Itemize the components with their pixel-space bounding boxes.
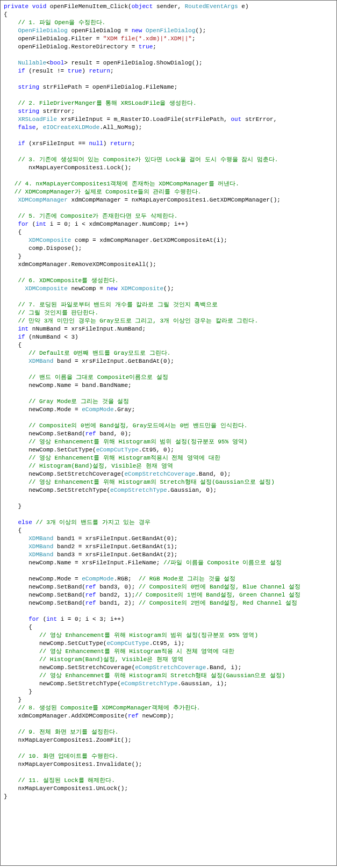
token-cmt: // 10. 화면 업데이트를 수행한다. [18, 753, 118, 759]
token-kw: null [89, 140, 103, 147]
token-typ: XDMBand [28, 358, 53, 364]
token-kw: out [231, 116, 241, 123]
token-cmt: // 만약 3개 미만인 경우는 Gray모드로 그리고, 3개 이상인 경우는… [18, 318, 258, 324]
token-kw: string [18, 108, 39, 114]
token-cmt: // RGB Mode로 그리는 것을 설정 [139, 576, 235, 582]
token-typ: eCompCutType [106, 640, 149, 647]
token-typ: eCompStretchType [121, 680, 178, 687]
token-cmt: // 11. 설정된 Lock를 해제한다. [18, 777, 114, 784]
token-kw: new [106, 285, 117, 292]
token-cmt: // 7. 로딩된 파일로부터 밴드의 개수를 칼라로 그릴 것인지 흑백으로 [18, 302, 218, 308]
token-kw: ref [85, 600, 96, 606]
token-cmt: // 영상 Enhancement를 위해 Histogram의 범위 설정(정… [28, 439, 247, 445]
token-typ: eCompCutType [96, 447, 139, 453]
token-typ: RoutedEventArgs [185, 3, 238, 10]
token-cmt: // 3개 이상의 밴드를 가지고 있는 경우 [35, 519, 150, 526]
token-cmt: // 밴드 이름을 그대로 Composite이름으로 설정 [28, 374, 168, 381]
token-cmt: // Histogram(Band)설정, Visible은 현재 영역 [39, 656, 183, 663]
token-cmt: // Default로 0번째 밴드를 Gray모드로 그린다. [28, 350, 170, 356]
token-cmt: // 5. 기존에 Composite가 존재한다면 모두 삭제한다. [18, 213, 177, 219]
token-kw: ref [85, 592, 96, 598]
token-kw: new [132, 27, 142, 34]
token-typ: XRSLoadFile [18, 116, 57, 123]
token-kw: ref [85, 431, 96, 437]
token-typ: XDMBand [28, 551, 53, 558]
token-typ: eCompStretchType [110, 487, 167, 493]
token-kw: true [68, 68, 82, 74]
token-cmt: // 영상 Enhancement를 위해 Histogram의 Stretch… [28, 479, 275, 485]
token-typ: eCompMode [82, 406, 113, 413]
token-cmt: // 그릴 것인지를 판단한다. [18, 310, 98, 316]
token-cmt: //파일 이름을 Composite 이름으로 설정 [163, 559, 282, 566]
token-kw: if [18, 68, 25, 74]
token-cmt: // 영상 Enhancement를 위해 Histogram적용 시 전체 영… [39, 648, 234, 655]
token-cmt: // 영상 Enhancemnet를 위해 Histogram의 Stretch… [39, 672, 285, 679]
token-typ: XDMComposite [25, 285, 68, 292]
token-cmt: // Histogram(Band)설정, Visible은 현재 영역 [28, 463, 173, 469]
token-typ: eCompStretchCoverage [124, 471, 195, 477]
token-cmt: // 9. 전체 화면 보기를 설정한다. [18, 729, 118, 735]
token-kw: return [89, 68, 110, 74]
token-cmt: // 4. nxMapLayerComposites1객체에 존재하는 XDMC… [15, 181, 239, 187]
token-typ: XDMBand [28, 535, 53, 542]
token-cmt: // XDMCompManager가 실제로 Composite들의 관리를 수… [15, 189, 202, 195]
token-str: "XDM file(*.xdm)|*.XDM||" [103, 35, 192, 42]
token-cmt: // Composite의 0번에 Band설정, Blue Channel 설… [139, 584, 300, 590]
token-typ: XDMBand [28, 543, 53, 550]
token-kw: void [32, 3, 46, 10]
token-cmt: // Composite의 1번에 Band설정, Green Channel … [135, 592, 300, 598]
token-cmt: // Gray Mode로 그리는 것을 설정 [28, 398, 129, 405]
token-kw: string [18, 84, 39, 90]
token-typ: XDMComposite [121, 285, 163, 292]
token-typ: OpenFileDialog [146, 27, 195, 34]
token-cmt: // 2. FileDriverManger를 통해 XRSLoadFile을 … [18, 100, 196, 106]
token-kw: for [28, 616, 39, 622]
token-typ: OpenFileDialog [18, 27, 67, 34]
token-kw: private [4, 3, 28, 10]
token-kw: ref [128, 713, 139, 719]
token-kw: if [18, 140, 25, 147]
token-cmt: // Composite의 2번에 Band설정, Red Channel 설정 [139, 600, 297, 606]
token-kw: true [139, 44, 153, 50]
token-cmt: // 8. 생성된 Composite를 XDMCompManager객체에 추… [18, 705, 200, 711]
token-kw: return [110, 140, 132, 147]
token-cmt: // 6. XDMComposite를 생성한다. [18, 277, 118, 284]
token-typ: XDMComposite [28, 237, 71, 243]
token-kw: false [18, 124, 35, 131]
token-cmt: // 영상 Enhancement를 위해 Histogram적용시 전체 영역… [28, 455, 220, 461]
token-typ: XDMCompManager [18, 197, 67, 203]
token-kw: int [46, 616, 57, 622]
token-typ: eCompStretchCoverage [135, 664, 206, 671]
token-kw: int [35, 221, 46, 227]
code-block: private void openFileMenuItem_Click(obje… [4, 3, 333, 801]
token-kw: if [18, 334, 25, 340]
token-kw: object [132, 3, 153, 10]
token-kw: ref [85, 584, 96, 590]
token-kw: bool [50, 60, 64, 66]
token-kw: for [18, 221, 28, 227]
token-kw: int [18, 326, 28, 332]
token-cmt: // 1. 파일 Open을 수정한다. [18, 19, 105, 26]
token-typ: eCompMode [82, 576, 113, 582]
token-cmt: // 3. 기존에 생성되어 있는 Composite가 있다면 Lock을 걸… [18, 156, 278, 163]
token-cmt: // 영상 Enhancement를 위해 Histogram의 범위 설정(정… [39, 632, 258, 639]
token-cmt: // Composite의 0번에 Band설정, Gray모드에서는 0번 밴… [28, 422, 247, 429]
token-kw: else [18, 519, 32, 526]
token-typ: Nullable [18, 60, 46, 66]
token-typ: eIOCreateXLDMode [43, 124, 100, 131]
